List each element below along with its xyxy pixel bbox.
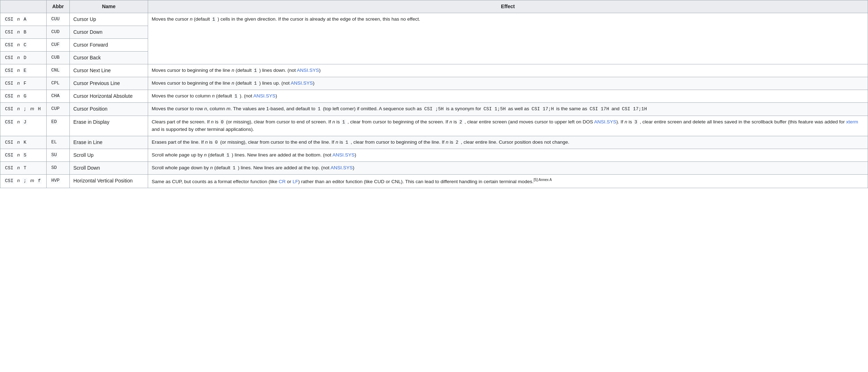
table-row: CSI n K EL Erase in Line Erases part of … [0,136,868,149]
sequence-cell: CSI n ; m H [0,103,47,116]
ansi-sys-link[interactable]: ANSI.SYS [594,119,616,124]
cr-link[interactable]: CR [279,179,286,184]
abbr-cell: CHA [47,90,70,103]
table-row: CSI n A CUU Cursor Up Moves the cursor n… [0,13,868,26]
abbr-cell: ED [47,116,70,136]
name-cell: Erase in Line [70,136,148,149]
abbr-cell: CUP [47,103,70,116]
name-cell: Cursor Forward [70,39,148,52]
sequence-cell: CSI n C [0,39,47,52]
table-row: CSI n ; m H CUP Cursor Position Moves th… [0,103,868,116]
effect-cell: Scroll whole page up by n (default 1 ) l… [148,149,868,161]
effect-cell: Clears part of the screen. If n is 0 (or… [148,116,868,136]
name-cell: Cursor Position [70,103,148,116]
header-name: Name [70,0,148,13]
sequence-cell: CSI n T [0,161,47,174]
name-cell: Scroll Down [70,161,148,174]
ansi-sys-link[interactable]: ANSI.SYS [333,152,355,158]
name-cell: Erase in Display [70,116,148,136]
abbr-cell: CUD [47,26,70,39]
sequence-cell: CSI n J [0,116,47,136]
sequence-cell: CSI n ; m f [0,175,47,188]
sequence-cell: CSI n A [0,13,47,26]
ansi-sys-link[interactable]: ANSI.SYS [253,93,275,99]
sequence-cell: CSI n S [0,149,47,161]
effect-cell: Moves cursor to beginning of the line n … [148,64,868,77]
sequence-cell: CSI n E [0,64,47,77]
abbr-cell: CNL [47,64,70,77]
name-cell: Cursor Next Line [70,64,148,77]
effect-cell: Scroll whole page down by n (default 1 )… [148,161,868,174]
effect-cell: Erases part of the line. If n is 0 (or m… [148,136,868,149]
name-cell: Cursor Back [70,52,148,64]
sequence-cell: CSI n B [0,26,47,39]
abbr-cell: CUB [47,52,70,64]
sequence-cell: CSI n G [0,90,47,103]
effect-cell: Moves the cursor to row n, column m. The… [148,103,868,116]
table-row: CSI n G CHA Cursor Horizontal Absolute M… [0,90,868,103]
abbr-cell: CPL [47,77,70,90]
name-cell: Scroll Up [70,149,148,161]
abbr-cell: SU [47,149,70,161]
name-cell: Cursor Up [70,13,148,26]
table-row: CSI n T SD Scroll Down Scroll whole page… [0,161,868,174]
ansi-escape-table: Abbr Name Effect CSI n A CUU Cursor Up M… [0,0,868,188]
abbr-cell: HVP [47,175,70,188]
effect-cell: Moves the cursor to column n (default 1 … [148,90,868,103]
name-cell: Horizontal Vertical Position [70,175,148,188]
effect-cell: Moves the cursor n (default 1 ) cells in… [148,13,868,64]
ansi-sys-link[interactable]: ANSI.SYS [297,68,319,73]
name-cell: Cursor Previous Line [70,77,148,90]
abbr-cell: CUU [47,13,70,26]
header-abbr: Abbr [47,0,70,13]
name-cell: Cursor Down [70,26,148,39]
abbr-cell: CUF [47,39,70,52]
table-row: CSI n ; m f HVP Horizontal Vertical Posi… [0,175,868,188]
effect-cell: Same as CUP, but counts as a format effe… [148,175,868,188]
table-row: CSI n S SU Scroll Up Scroll whole page u… [0,149,868,161]
sequence-cell: CSI n K [0,136,47,149]
abbr-cell: SD [47,161,70,174]
header-sequence [0,0,47,13]
effect-cell: Moves cursor to beginning of the line n … [148,77,868,90]
ansi-sys-link[interactable]: ANSI.SYS [291,80,313,86]
name-cell: Cursor Horizontal Absolute [70,90,148,103]
xterm-link[interactable]: xterm [846,119,858,124]
table-row: CSI n F CPL Cursor Previous Line Moves c… [0,77,868,90]
table-row: CSI n J ED Erase in Display Clears part … [0,116,868,136]
sequence-cell: CSI n F [0,77,47,90]
lf-link[interactable]: LF [293,179,298,184]
ansi-sys-link[interactable]: ANSI.SYS [330,165,352,170]
sequence-cell: CSI n D [0,52,47,64]
header-effect: Effect [148,0,868,13]
abbr-cell: EL [47,136,70,149]
table-row: CSI n E CNL Cursor Next Line Moves curso… [0,64,868,77]
